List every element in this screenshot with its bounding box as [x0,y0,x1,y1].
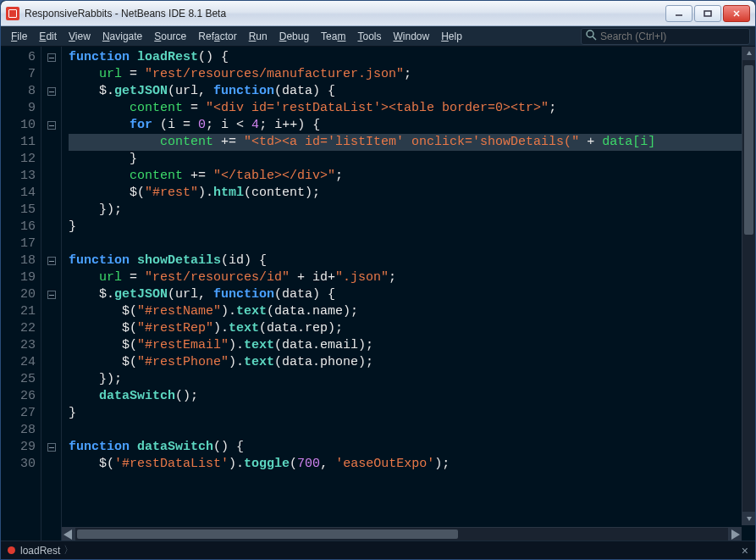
menubar: File Edit View Navigate Source Refactor … [1,26,755,47]
search-box[interactable] [581,28,750,45]
line-number: 26 [1,388,36,405]
line-number: 11 [1,134,36,151]
line-number: 24 [1,354,36,371]
svg-line-5 [593,36,596,40]
statusbar: loadRest 〉 × [1,541,755,559]
code-line[interactable]: $.getJSON(url, function(data) { [69,286,755,303]
scroll-left-button[interactable] [62,528,75,541]
code-line[interactable]: function dataSwitch() { [69,439,755,456]
line-number: 13 [1,168,36,185]
menu-tools[interactable]: Tools [352,29,386,44]
search-input[interactable] [597,30,746,42]
line-number: 22 [1,320,36,337]
code-line[interactable]: content += "</table></div>"; [69,168,755,185]
maximize-button[interactable] [694,5,721,22]
line-number: 19 [1,269,36,286]
menu-file[interactable]: File [6,29,32,44]
menu-debug[interactable]: Debug [274,29,314,44]
menu-help[interactable]: Help [436,29,467,44]
line-number: 25 [1,371,36,388]
code-line[interactable] [69,422,755,439]
line-number: 29 [1,439,36,456]
scroll-right-button[interactable] [728,528,742,541]
line-number: 16 [1,219,36,236]
scroll-up-button[interactable] [742,47,755,60]
menu-window[interactable]: Window [388,29,434,44]
menu-view[interactable]: View [63,29,96,44]
code-line[interactable]: content = "<div id='restDataList'><table… [69,100,755,117]
ide-window: ResponsiveRabbits - NetBeans IDE 8.1 Bet… [0,0,756,560]
horizontal-scrollbar[interactable] [62,527,742,541]
code-line[interactable]: function loadRest() { [69,49,755,66]
titlebar[interactable]: ResponsiveRabbits - NetBeans IDE 8.1 Bet… [1,1,755,26]
code-line[interactable]: url = "rest/resources/manufacturer.json"… [69,66,755,83]
code-line[interactable]: }); [69,371,755,388]
close-button[interactable] [723,5,750,22]
line-number: 12 [1,151,36,168]
line-number: 7 [1,66,36,83]
code-line[interactable]: for (i = 0; i < 4; i++) { [69,117,755,134]
code-line[interactable]: $("#restEmail").text(data.email); [69,337,755,354]
line-number: 23 [1,337,36,354]
code-line[interactable]: } [69,219,755,236]
scroll-thumb[interactable] [77,530,458,539]
line-number: 6 [1,49,36,66]
breadcrumb-item[interactable]: loadRest [20,545,60,557]
vertical-scrollbar[interactable] [742,47,755,525]
scroll-down-button[interactable] [742,512,755,525]
code-line[interactable]: $("#restName").text(data.name); [69,303,755,320]
code-line[interactable]: }); [69,202,755,219]
code-line[interactable]: } [69,405,755,422]
menu-edit[interactable]: Edit [34,29,62,44]
window-buttons [665,5,750,22]
menu-refactor[interactable]: Refactor [193,29,241,44]
code-line[interactable]: $("#restPhone").text(data.phone); [69,354,755,371]
line-number: 30 [1,456,36,473]
line-number: 14 [1,185,36,202]
line-number: 10 [1,117,36,134]
scroll-thumb[interactable] [744,65,753,235]
line-number: 9 [1,100,36,117]
code-line-current[interactable]: content += "<td><a id='listItem' onclick… [69,134,755,151]
fold-toggle[interactable] [47,87,56,96]
code-line[interactable]: dataSwitch(); [69,388,755,405]
code-editor[interactable]: 6789101112131415161718192021222324252627… [1,47,755,541]
fold-column [41,47,62,541]
code-line[interactable]: url = "rest/resources/id" + id+".json"; [69,269,755,286]
svg-marker-9 [731,530,740,540]
svg-marker-8 [63,530,72,540]
menu-source[interactable]: Source [149,29,191,44]
code-line[interactable] [69,236,755,252]
menu-navigate[interactable]: Navigate [97,29,147,44]
code-line[interactable]: $("#restRep").text(data.rep); [69,320,755,337]
breadcrumb-separator-icon: 〉 [63,543,74,557]
fold-toggle[interactable] [47,443,56,452]
fold-toggle[interactable] [47,53,56,62]
menu-team[interactable]: Team [316,29,350,44]
line-number: 17 [1,236,36,252]
fold-toggle[interactable] [47,291,56,299]
statusbar-close-icon[interactable]: × [742,544,748,557]
svg-point-4 [587,30,593,37]
svg-marker-6 [747,51,752,55]
line-number: 28 [1,422,36,439]
code-line[interactable]: $('#restDataList').toggle(700, 'easeOutE… [69,456,755,473]
fold-toggle[interactable] [47,121,56,130]
breadcrumb-dot-icon [8,546,15,554]
line-number: 18 [1,252,36,269]
line-number: 8 [1,83,36,100]
svg-rect-1 [704,11,711,16]
code-line[interactable]: } [69,151,755,168]
app-icon [6,7,19,20]
line-number: 21 [1,303,36,320]
line-number: 27 [1,405,36,422]
menu-run[interactable]: Run [244,29,273,44]
code-area[interactable]: function loadRest() { url = "rest/resour… [62,47,755,541]
fold-toggle[interactable] [47,257,56,265]
code-line[interactable]: $("#rest").html(content); [69,185,755,202]
code-line[interactable]: function showDetails(id) { [69,252,755,269]
code-line[interactable]: $.getJSON(url, function(data) { [69,83,755,100]
svg-marker-7 [747,517,752,521]
minimize-button[interactable] [665,5,693,22]
search-icon [585,29,597,43]
